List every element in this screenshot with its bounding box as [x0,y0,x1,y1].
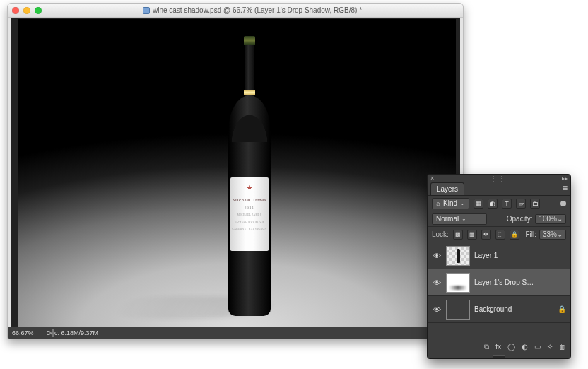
fleur-de-lis-icon [246,184,253,193]
new-layer-icon[interactable]: ✧ [547,343,553,351]
chevron-down-icon: ⌄ [461,216,466,222]
new-adjust-icon[interactable]: ◐ [522,343,528,351]
fill-value-field[interactable]: 33% ⌄ [539,230,566,240]
blend-row: Normal ⌄ Opacity: 100% ⌄ [428,211,570,227]
label-line2: HOWELL MOUNTAIN [235,221,264,223]
chevron-down-icon: ⌄ [557,215,563,223]
filter-smart-icon[interactable]: 🗀 [530,199,540,209]
panel-footer: ⧉ fx ◯ ◐ ▭ ✧ 🗑 [428,339,570,354]
layers-list: 👁 Layer 1 👁 Layer 1's Drop S… 👁 Backgrou… [428,242,570,339]
lock-icon: 🔒 [558,305,566,313]
visibility-toggle-icon[interactable]: 👁 [432,252,442,260]
filter-shape-icon[interactable]: ▱ [516,199,526,209]
window-titlebar: wine cast shadow.psd @ 66.7% (Layer 1's … [8,4,463,18]
panel-close-icon[interactable]: × [430,175,434,182]
layer-thumbnail[interactable] [446,273,470,293]
filter-kind-label: Kind [443,199,457,207]
lock-position-icon[interactable]: ▦ [467,230,477,240]
document-icon [143,7,150,14]
visibility-toggle-icon[interactable]: 👁 [432,279,442,287]
minimize-button[interactable] [23,7,30,14]
panel-resize-handle[interactable] [428,354,570,358]
panel-collapse-icon[interactable]: ▸▸ [562,175,568,182]
zoom-slider-handle[interactable] [52,329,54,337]
document-window: wine cast shadow.psd @ 66.7% (Layer 1's … [7,3,464,339]
layer-row[interactable]: 👁 Background 🔒 [428,296,570,323]
panel-tabs: Layers ≡ [428,182,570,196]
blend-mode-value: Normal [436,215,459,223]
new-group-icon[interactable]: ▭ [534,343,541,351]
filter-pixel-icon[interactable]: ▦ [474,199,483,209]
lock-all-icon[interactable]: 🔒 [510,230,519,240]
label-year: 2011 [245,206,254,209]
filter-type-icon[interactable]: T [502,199,512,209]
panel-drag-icon[interactable]: ⋮⋮ [490,175,507,182]
layer-thumbnail[interactable] [446,246,470,266]
label-line3: CABERNET SAUVIGNON [232,228,266,230]
close-button[interactable] [12,7,19,14]
wine-bottle-graphic: Michael James 2011 MICHAEL JAMES HOWELL … [228,36,271,316]
fill-label: Fill: [525,230,536,238]
label-signature: Michael James [233,197,266,203]
lock-label: Lock: [432,230,449,238]
add-mask-icon[interactable]: ◯ [507,343,515,351]
lock-row: Lock: ▩ ▦ ✥ ⬚ 🔒 Fill: 33% ⌄ [428,227,570,242]
zoom-readout[interactable]: 66.67% [12,329,34,336]
lock-pixels-icon[interactable]: ▩ [453,230,463,240]
layer-name[interactable]: Layer 1 [474,252,566,259]
opacity-value-field[interactable]: 100% ⌄ [535,214,566,224]
chevron-down-icon: ⌄ [557,230,563,238]
layers-panel: × ⋮⋮ ▸▸ Layers ≡ ⌕ Kind ⌄ ▦ ◐ T ▱ 🗀 Norm… [427,174,571,359]
link-layers-icon[interactable]: ⧉ [484,343,489,351]
opacity-control: Opacity: 100% ⌄ [507,214,566,224]
visibility-toggle-icon[interactable]: 👁 [432,305,442,314]
layer-filter-row: ⌕ Kind ⌄ ▦ ◐ T ▱ 🗀 [428,196,570,211]
lock-artboard-icon[interactable]: ⬚ [495,230,505,240]
tab-layers[interactable]: Layers [430,182,464,195]
search-icon: ⌕ [436,199,440,207]
chevron-down-icon: ⌄ [460,200,465,206]
fill-value-text: 33% [543,230,557,238]
delete-layer-icon[interactable]: 🗑 [559,343,566,351]
status-bar: 66.67% Doc: 6.18M/9.37M [8,327,463,339]
window-title-text: wine cast shadow.psd @ 66.7% (Layer 1's … [153,6,362,14]
blend-mode-dropdown[interactable]: Normal ⌄ [432,213,487,225]
filter-kind-dropdown[interactable]: ⌕ Kind ⌄ [432,198,469,209]
opacity-value-text: 100% [539,215,557,223]
canvas-area[interactable]: Michael James 2011 MICHAEL JAMES HOWELL … [11,18,460,327]
layer-name[interactable]: Layer 1's Drop S… [474,279,566,286]
window-title: wine cast shadow.psd @ 66.7% (Layer 1's … [46,6,459,14]
panel-grip[interactable]: × ⋮⋮ ▸▸ [428,175,570,182]
layer-fx-icon[interactable]: fx [495,343,501,351]
lock-move-icon[interactable]: ✥ [481,230,491,240]
fill-control: Fill: 33% ⌄ [525,230,566,240]
canvas[interactable]: Michael James 2011 MICHAEL JAMES HOWELL … [18,19,456,327]
filter-toggle-icon[interactable] [560,201,566,206]
layer-row[interactable]: 👁 Layer 1's Drop S… [428,269,570,296]
bottle-label: Michael James 2011 MICHAEL JAMES HOWELL … [230,177,269,251]
label-line1: MICHAEL JAMES [237,213,261,216]
opacity-label: Opacity: [507,215,533,223]
layer-thumbnail[interactable] [446,300,470,320]
zoom-button[interactable] [35,7,42,14]
filter-adjust-icon[interactable]: ◐ [488,199,498,209]
layer-name[interactable]: Background [474,305,553,313]
layer-row[interactable]: 👁 Layer 1 [428,242,570,269]
panel-menu-icon[interactable]: ≡ [563,183,568,193]
traffic-lights [12,7,42,14]
